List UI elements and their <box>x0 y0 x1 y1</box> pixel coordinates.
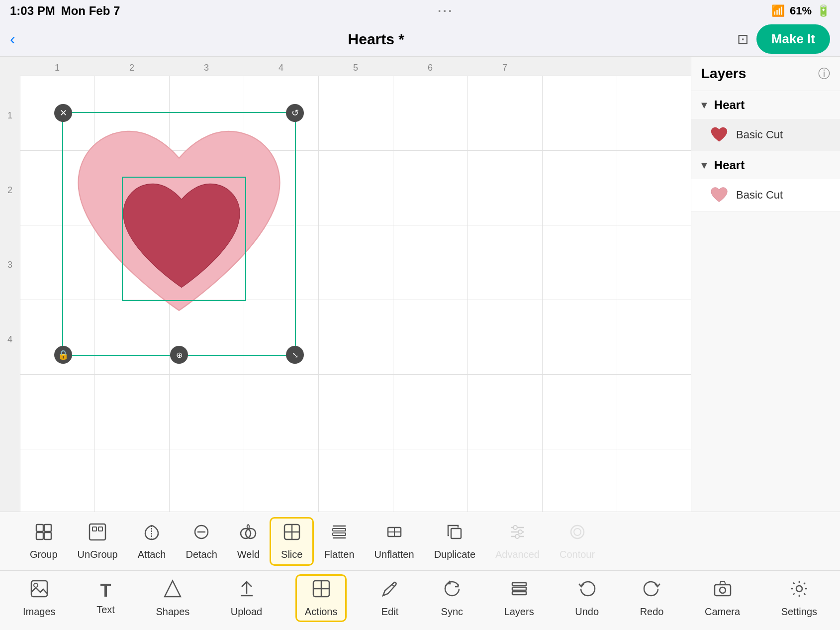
upload-nav-button[interactable]: Upload <box>223 576 270 621</box>
layers-nav-icon <box>509 579 529 603</box>
camera-icon <box>713 579 733 603</box>
advanced-label: Advanced <box>495 549 540 560</box>
flatten-icon <box>330 523 349 546</box>
shapes-nav-button[interactable]: Shapes <box>148 576 197 621</box>
layer-item-label-2: Basic Cut <box>736 189 783 202</box>
layers-panel-title: Layers <box>701 66 746 82</box>
group-label: Group <box>30 549 58 560</box>
duplicate-button[interactable]: Duplicate <box>424 519 485 564</box>
redo-label: Redo <box>640 606 664 618</box>
svg-point-45 <box>796 586 802 592</box>
settings-icon <box>789 579 809 603</box>
layers-nav-label: Layers <box>504 606 534 618</box>
shapes-label: Shapes <box>156 606 189 618</box>
ruler-mark-6: 6 <box>393 63 467 73</box>
slice-label: Slice <box>281 549 302 560</box>
chevron-down-icon-2: ▼ <box>699 160 709 171</box>
handle-lock[interactable]: 🔒 <box>54 346 72 364</box>
ruler-left-2: 2 <box>0 153 20 227</box>
layer-group-1: ▼ Heart Basic Cut <box>691 91 840 151</box>
camera-nav-button[interactable]: Camera <box>697 576 748 621</box>
handle-resize-bottom[interactable]: ⊕ <box>170 346 188 364</box>
dots-menu: ··· <box>438 4 454 18</box>
svg-rect-5 <box>93 527 96 531</box>
status-time: 1:03 PM <box>10 4 55 18</box>
make-it-button[interactable]: Make It <box>756 24 830 54</box>
undo-icon <box>577 579 597 603</box>
view-button[interactable]: ⊡ <box>737 31 748 47</box>
advanced-icon <box>508 523 527 546</box>
status-date: Mon Feb 7 <box>61 4 120 18</box>
images-nav-button[interactable]: Images <box>15 576 64 621</box>
undo-nav-button[interactable]: Undo <box>567 576 607 621</box>
layer-item-label-1: Basic Cut <box>736 128 783 141</box>
weld-button[interactable]: Weld <box>227 519 270 564</box>
unflatten-icon <box>385 523 404 546</box>
duplicate-label: Duplicate <box>434 549 475 560</box>
layer-item-1[interactable]: Basic Cut <box>691 119 840 151</box>
contour-button[interactable]: Contour <box>550 519 605 564</box>
shapes-icon <box>163 579 183 603</box>
detach-button[interactable]: Detach <box>176 519 227 564</box>
images-label: Images <box>23 606 56 618</box>
svg-rect-43 <box>715 585 731 596</box>
ungroup-icon <box>88 523 107 546</box>
ruler-mark-5: 5 <box>318 63 393 73</box>
edit-label: Edit <box>381 606 398 618</box>
settings-nav-button[interactable]: Settings <box>773 576 825 621</box>
actions-nav-button[interactable]: Actions <box>295 574 347 622</box>
layer-group-header-1[interactable]: ▼ Heart <box>691 91 840 119</box>
svg-rect-0 <box>36 525 43 531</box>
weld-label: Weld <box>237 549 260 560</box>
redo-icon <box>642 579 662 603</box>
slice-button[interactable]: Slice <box>270 517 314 566</box>
toolbar-container: Group UnGroup Attach <box>0 512 840 630</box>
flatten-button[interactable]: Flatten <box>314 519 364 564</box>
actions-icon <box>311 579 331 603</box>
layer-item-2[interactable]: Basic Cut <box>691 179 840 211</box>
svg-point-28 <box>515 534 519 538</box>
handle-resize-corner[interactable]: ⤡ <box>286 346 304 364</box>
edit-nav-button[interactable]: Edit <box>372 576 408 621</box>
layer-group-header-2[interactable]: ▼ Heart <box>691 151 840 179</box>
svg-rect-41 <box>512 587 526 590</box>
unflatten-button[interactable]: Unflatten <box>365 519 424 564</box>
svg-rect-1 <box>44 525 51 531</box>
advanced-button[interactable]: Advanced <box>485 519 550 564</box>
svg-rect-22 <box>451 528 461 538</box>
heart-small <box>117 174 246 304</box>
ruler-left-4: 4 <box>0 302 20 377</box>
chevron-down-icon-1: ▼ <box>699 100 709 111</box>
redo-nav-button[interactable]: Redo <box>632 576 672 621</box>
svg-rect-15 <box>333 528 346 531</box>
svg-marker-33 <box>165 581 181 597</box>
sync-icon <box>442 579 462 603</box>
battery-icon: 🔋 <box>817 4 830 17</box>
svg-rect-31 <box>31 581 47 597</box>
ruler-mark-4: 4 <box>244 63 318 73</box>
svg-point-32 <box>34 583 38 587</box>
svg-rect-4 <box>90 524 105 540</box>
weld-icon <box>239 523 258 546</box>
camera-label: Camera <box>705 606 740 618</box>
layer-group-name-1: Heart <box>714 98 745 112</box>
undo-label: Undo <box>575 606 599 618</box>
svg-rect-6 <box>98 527 102 531</box>
text-nav-button[interactable]: T Text <box>89 577 123 619</box>
svg-rect-40 <box>512 583 526 586</box>
attach-button[interactable]: Attach <box>128 519 176 564</box>
status-bar: 1:03 PM Mon Feb 7 ··· 📶 61% 🔋 <box>0 0 840 22</box>
ungroup-button[interactable]: UnGroup <box>68 519 128 564</box>
svg-rect-3 <box>44 532 51 539</box>
sync-nav-button[interactable]: Sync <box>433 576 471 621</box>
toolbar-top-row: Group UnGroup Attach <box>0 512 840 570</box>
layers-nav-button[interactable]: Layers <box>496 576 542 621</box>
contour-label: Contour <box>560 549 595 560</box>
ruler-mark-3: 3 <box>169 63 244 73</box>
attach-icon <box>142 523 161 546</box>
wifi-icon: 📶 <box>771 4 785 17</box>
group-button[interactable]: Group <box>20 519 68 564</box>
back-button[interactable]: ‹ <box>10 30 15 48</box>
layer-group-2: ▼ Heart Basic Cut <box>691 151 840 211</box>
layers-info-button[interactable]: ⓘ <box>818 66 830 82</box>
